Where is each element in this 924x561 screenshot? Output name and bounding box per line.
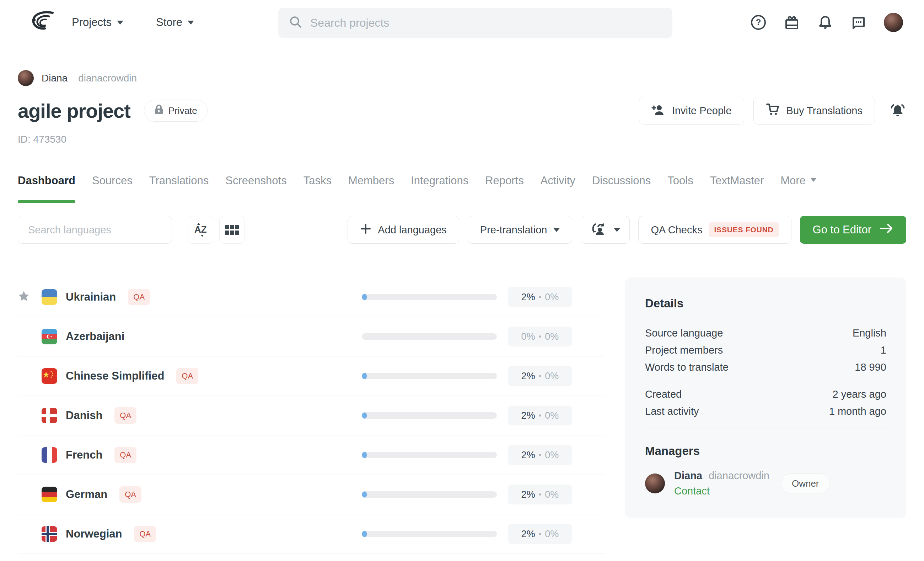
language-row-danish[interactable]: Danish QA 2% • 0%: [18, 396, 605, 435]
language-name[interactable]: Chinese Simplified: [66, 370, 164, 382]
go-to-editor-button[interactable]: Go to Editor: [800, 216, 906, 244]
flag-denmark-icon: [42, 408, 57, 423]
tab-sources[interactable]: Sources: [92, 174, 132, 203]
tab-dashboard[interactable]: Dashboard: [18, 174, 75, 203]
crowdin-logo-icon[interactable]: [29, 10, 56, 33]
translation-progress-bar: [362, 333, 497, 340]
progress-stats-badge[interactable]: 2% • 0%: [508, 287, 572, 307]
nav-store-label: Store: [156, 16, 182, 29]
tab-tools[interactable]: Tools: [668, 174, 693, 203]
qa-issues-badge[interactable]: QA: [128, 289, 150, 305]
machine-translation-button[interactable]: [581, 216, 630, 244]
language-name[interactable]: Danish: [66, 409, 102, 422]
qa-issues-badge[interactable]: QA: [119, 486, 141, 503]
qa-issues-badge[interactable]: QA: [134, 526, 156, 542]
chevron-down-icon: [810, 178, 817, 182]
sync-person-icon: [590, 221, 608, 239]
project-id: ID: 473530: [18, 134, 906, 145]
detail-created: Created2 years ago: [645, 386, 886, 403]
add-languages-label: Add languages: [378, 224, 447, 236]
tab-textmaster[interactable]: TextMaster: [710, 174, 764, 203]
manager-name[interactable]: Diana: [674, 470, 702, 481]
lock-icon: [154, 104, 164, 117]
translation-progress-bar: [362, 452, 497, 458]
language-row-chinese-simplified[interactable]: Chinese Simplified QA 2% • 0%: [18, 356, 605, 396]
flag-norway-icon: [42, 526, 57, 542]
pre-translation-button[interactable]: Pre-translation: [468, 216, 573, 244]
tab-discussions[interactable]: Discussions: [592, 174, 651, 203]
language-row-ukrainian[interactable]: Ukrainian QA 2% • 0%: [18, 277, 605, 317]
language-row-azerbaijani[interactable]: Azerbaijani 0% • 0%: [18, 317, 605, 356]
messages-icon[interactable]: [850, 14, 867, 31]
tab-activity[interactable]: Activity: [540, 174, 575, 203]
flag-china-icon: [42, 368, 57, 384]
flag-azerbaijan-icon: [42, 329, 57, 344]
tab-reports[interactable]: Reports: [485, 174, 524, 203]
detail-project-members: Project members1: [645, 341, 886, 359]
language-name[interactable]: German: [66, 488, 107, 501]
translation-progress-bar: [362, 412, 497, 419]
owner-name[interactable]: Diana: [42, 72, 68, 84]
qa-checks-label: QA Checks: [651, 224, 702, 236]
qa-issues-badge[interactable]: QA: [114, 447, 136, 463]
help-icon[interactable]: ?: [750, 14, 766, 31]
progress-stats-badge[interactable]: 2% • 0%: [508, 406, 572, 426]
favorite-star-icon[interactable]: [18, 290, 30, 304]
add-languages-button[interactable]: Add languages: [348, 216, 459, 244]
svg-text:AZ: AZ: [194, 224, 207, 235]
language-name[interactable]: Azerbaijani: [66, 330, 124, 343]
progress-stats-badge[interactable]: 2% • 0%: [508, 484, 572, 504]
manager-row: Diana dianacrowdin Contact Owner: [645, 470, 886, 497]
project-notifications-bell-icon[interactable]: [889, 102, 906, 119]
invite-people-button[interactable]: Invite People: [639, 97, 744, 125]
search-projects-input[interactable]: [310, 17, 662, 30]
manager-avatar[interactable]: [645, 474, 665, 493]
tab-screenshots[interactable]: Screenshots: [225, 174, 286, 203]
progress-stats-badge[interactable]: 2% • 0%: [508, 524, 572, 544]
language-name[interactable]: French: [66, 448, 102, 462]
grid-view-button[interactable]: [219, 216, 245, 244]
progress-stats-badge[interactable]: 2% • 0%: [508, 445, 572, 465]
manager-handle: dianacrowdin: [709, 470, 770, 481]
manager-role-badge: Owner: [781, 474, 830, 493]
global-search[interactable]: [278, 8, 672, 38]
cart-icon: [766, 103, 780, 119]
notifications-bell-icon[interactable]: [817, 14, 833, 31]
language-row-french[interactable]: French QA 2% • 0%: [18, 435, 605, 475]
language-name[interactable]: Norwegian: [66, 528, 122, 540]
owner-avatar[interactable]: [18, 70, 34, 86]
tab-tasks[interactable]: Tasks: [303, 174, 332, 203]
project-tabs: Dashboard Sources Translations Screensho…: [18, 174, 906, 203]
tab-more[interactable]: More: [780, 174, 817, 203]
language-row-norwegian[interactable]: Norwegian QA 2% • 0%: [18, 514, 605, 554]
tab-translations[interactable]: Translations: [149, 174, 209, 203]
language-row-german[interactable]: German QA 2% • 0%: [18, 475, 605, 514]
nav-links: Projects Store: [72, 0, 194, 45]
progress-stats-badge[interactable]: 0% • 0%: [508, 326, 572, 346]
search-languages-input[interactable]: [18, 216, 172, 244]
qa-checks-button[interactable]: QA Checks ISSUES FOUND: [638, 216, 791, 244]
tab-integrations[interactable]: Integrations: [411, 174, 468, 203]
flag-germany-icon: [42, 487, 57, 502]
flag-ukraine-icon: [42, 289, 57, 305]
qa-issues-badge[interactable]: QA: [114, 407, 136, 424]
detail-words-to-translate: Words to translate18 990: [645, 359, 886, 376]
translation-progress-bar: [362, 491, 497, 498]
tab-members[interactable]: Members: [348, 174, 394, 203]
progress-stats-badge[interactable]: 2% • 0%: [508, 366, 572, 386]
person-plus-icon: [651, 104, 666, 118]
sort-az-button[interactable]: AZ: [188, 216, 213, 244]
buy-translations-button[interactable]: Buy Translations: [753, 97, 875, 125]
language-name[interactable]: Ukrainian: [66, 291, 116, 304]
qa-issues-badge[interactable]: QA: [176, 368, 198, 384]
user-avatar[interactable]: [884, 13, 903, 32]
translation-progress-bar: [362, 373, 497, 379]
gift-icon[interactable]: [784, 14, 800, 31]
manager-contact-link[interactable]: Contact: [674, 485, 770, 497]
nav-store-menu[interactable]: Store: [156, 16, 194, 29]
nav-projects-menu[interactable]: Projects: [72, 16, 123, 29]
navbar-icons: ?: [750, 0, 903, 45]
search-icon: [289, 15, 302, 30]
svg-text:?: ?: [756, 17, 761, 27]
details-title: Details: [645, 297, 886, 310]
